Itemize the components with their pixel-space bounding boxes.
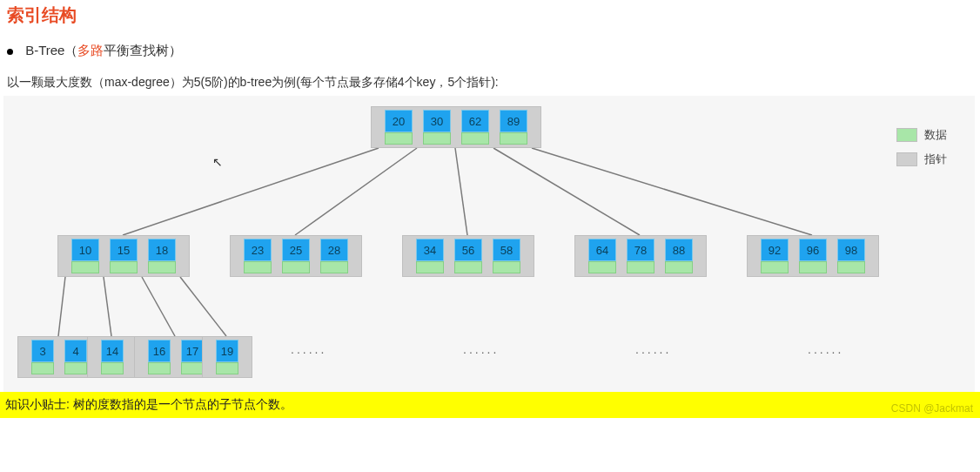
subtitle-suffix: 平衡查找树） [104,43,182,57]
subtitle-highlight: 多路 [77,43,104,57]
data-block [216,362,238,374]
page-title: 索引结构 [0,0,980,34]
legend-label-data: 数据 [924,127,947,143]
data-block [627,261,654,273]
btree-key: 18 [148,239,176,261]
pointer-slot [827,239,837,273]
btree-node: 647888 [574,235,707,277]
pointer-slot [61,239,71,273]
btree-key: 56 [454,239,482,261]
svg-line-3 [493,148,640,235]
svg-line-1 [295,148,417,235]
data-block [110,261,138,273]
btree-key: 25 [282,239,310,261]
pointer-slot [21,340,31,374]
btree-key: 64 [588,239,616,261]
pointer-slot [693,239,703,273]
data-block [31,362,54,374]
svg-line-6 [104,277,111,336]
pointer-slot [578,239,588,273]
pointer-slot [444,239,454,273]
legend: 数据 指针 [896,127,966,176]
data-block [761,261,789,273]
btree-key: 28 [320,239,348,261]
btree-node: 14 [87,336,138,378]
data-block [320,261,348,273]
btree-key: 34 [416,239,444,261]
pointer-slot [310,239,320,273]
btree-key: 92 [761,239,789,261]
data-block [461,132,489,145]
pointer-slot [527,110,538,145]
legend-item-pointer: 指针 [896,152,966,167]
pointer-slot [99,239,110,273]
ellipsis: ······ [808,345,843,359]
ellipsis: ······ [463,345,499,359]
btree-node: 345658 [402,235,534,277]
btree-key: 88 [665,239,693,261]
legend-label-pointer: 指针 [924,152,947,167]
pointer-slot [124,340,134,374]
btree-key: 3 [31,340,54,362]
subtitle-prefix: B-Tree（ [25,43,77,57]
pointer-slot [233,239,244,273]
data-block [101,362,124,374]
svg-line-7 [142,277,175,336]
btree-key: 20 [385,110,413,132]
cursor-icon: ↖ [212,155,223,169]
pointer-slot [406,239,416,273]
pointer-slot [451,110,461,145]
data-block [665,261,693,273]
data-block [588,261,616,273]
tip-bar: 知识小贴士: 树的度数指的是一个节点的子节点个数。 CSDN @Jackmat [0,392,980,418]
btree-key: 4 [64,340,87,362]
data-block [385,132,413,145]
legend-swatch-pointer [896,152,917,166]
svg-line-4 [532,148,812,235]
legend-item-data: 数据 [896,127,966,143]
pointer-slot [348,239,359,273]
pointer-slot [176,239,186,273]
btree-node: 101518 [57,235,190,277]
data-block [282,261,310,273]
subtitle: B-Tree（多路平衡查找树） [0,34,980,63]
btree-key: 19 [216,340,238,362]
pointer-slot [489,110,500,145]
btree-key: 23 [244,239,272,261]
pointer-slot [654,239,665,273]
pointer-slot [616,239,627,273]
pointer-slot [413,110,423,145]
pointer-slot [138,340,148,374]
btree-node: 232528 [230,235,362,277]
pointer-slot [138,239,148,273]
bullet-icon [7,49,13,55]
btree-key: 14 [101,340,124,362]
data-block [416,261,444,273]
svg-line-8 [180,277,226,336]
data-block [181,362,204,374]
btree-key: 98 [837,239,865,261]
pointer-slot [54,340,64,374]
btree-key: 17 [181,340,204,362]
data-block [148,261,176,273]
btree-node: 929698 [747,235,879,277]
pointer-slot [238,340,249,374]
btree-key: 62 [461,110,489,132]
legend-swatch-data [896,128,917,142]
btree-node: 19 [202,336,252,378]
ellipsis: ······ [635,345,671,359]
pointer-slot [482,239,493,273]
pointer-slot [520,239,531,273]
data-block [454,261,482,273]
data-block [837,261,865,273]
data-block [148,362,171,374]
ellipsis: ······ [291,345,326,359]
pointer-slot [374,110,385,145]
data-block [500,132,527,145]
btree-key: 30 [423,110,451,132]
data-block [423,132,451,145]
pointer-slot [171,340,181,374]
btree-key: 58 [493,239,520,261]
btree-key: 89 [500,110,527,132]
data-block [799,261,827,273]
